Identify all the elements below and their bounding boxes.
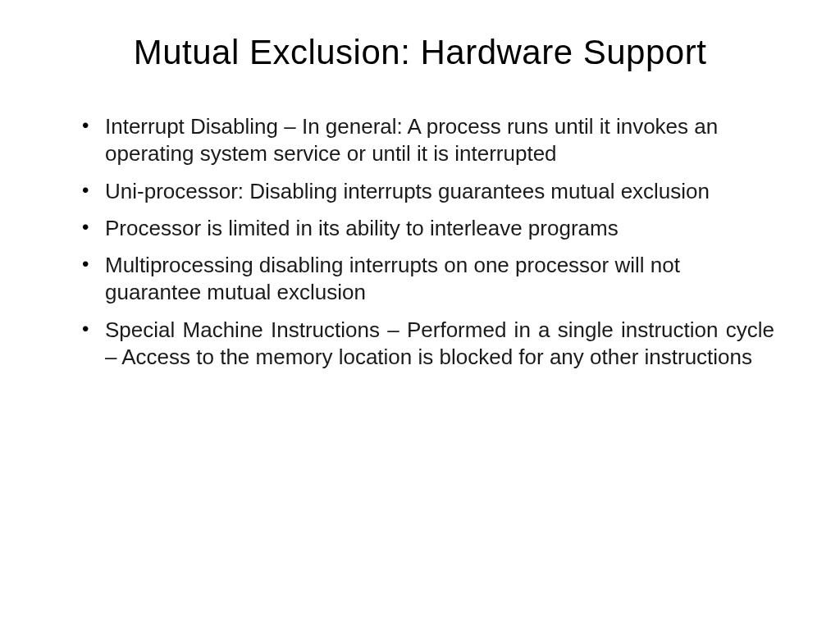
- bullet-item: Interrupt Disabling – In general: A proc…: [82, 113, 774, 168]
- bullet-item: Special Machine Instructions – Performed…: [82, 317, 774, 372]
- bullet-list: Interrupt Disabling – In general: A proc…: [66, 113, 774, 371]
- slide-title: Mutual Exclusion: Hardware Support: [66, 33, 774, 72]
- bullet-item: Uni-processor: Disabling interrupts guar…: [82, 178, 774, 205]
- bullet-item: Multiprocessing disabling interrupts on …: [82, 252, 774, 307]
- bullet-item: Processor is limited in its ability to i…: [82, 215, 774, 242]
